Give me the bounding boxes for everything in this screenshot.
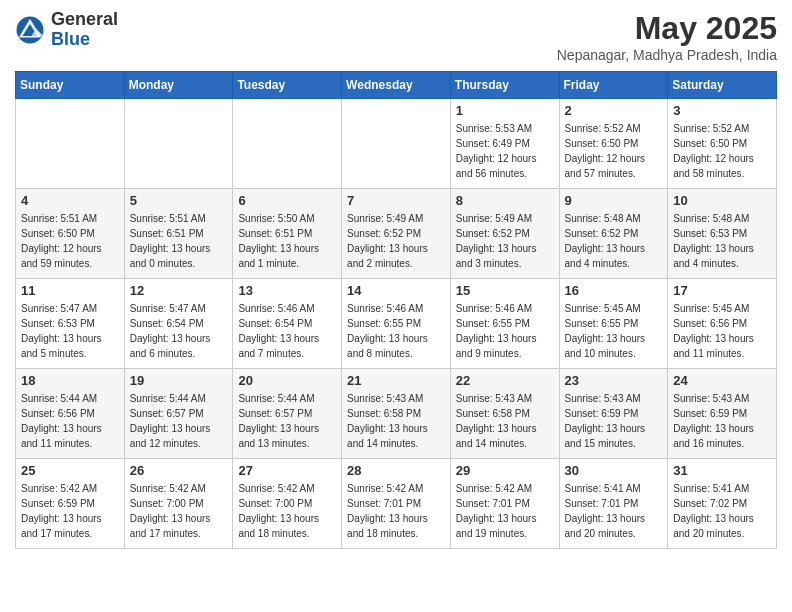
day-info: Sunrise: 5:42 AM Sunset: 7:01 PM Dayligh… [347,481,445,541]
calendar-cell: 24Sunrise: 5:43 AM Sunset: 6:59 PM Dayli… [668,369,777,459]
day-info: Sunrise: 5:52 AM Sunset: 6:50 PM Dayligh… [673,121,771,181]
calendar-cell: 4Sunrise: 5:51 AM Sunset: 6:50 PM Daylig… [16,189,125,279]
day-number: 19 [130,373,228,388]
calendar-cell: 19Sunrise: 5:44 AM Sunset: 6:57 PM Dayli… [124,369,233,459]
day-info: Sunrise: 5:42 AM Sunset: 7:00 PM Dayligh… [238,481,336,541]
day-info: Sunrise: 5:51 AM Sunset: 6:50 PM Dayligh… [21,211,119,271]
calendar-cell: 9Sunrise: 5:48 AM Sunset: 6:52 PM Daylig… [559,189,668,279]
day-number: 31 [673,463,771,478]
day-info: Sunrise: 5:43 AM Sunset: 6:59 PM Dayligh… [673,391,771,451]
day-number: 7 [347,193,445,208]
logo-blue-text: Blue [51,30,118,50]
day-number: 20 [238,373,336,388]
day-number: 26 [130,463,228,478]
day-info: Sunrise: 5:49 AM Sunset: 6:52 PM Dayligh… [456,211,554,271]
day-number: 13 [238,283,336,298]
day-number: 8 [456,193,554,208]
calendar-cell: 15Sunrise: 5:46 AM Sunset: 6:55 PM Dayli… [450,279,559,369]
day-info: Sunrise: 5:41 AM Sunset: 7:02 PM Dayligh… [673,481,771,541]
logo: General Blue [15,10,118,50]
calendar-cell: 7Sunrise: 5:49 AM Sunset: 6:52 PM Daylig… [342,189,451,279]
logo-general-text: General [51,10,118,30]
day-number: 22 [456,373,554,388]
calendar-week-row: 18Sunrise: 5:44 AM Sunset: 6:56 PM Dayli… [16,369,777,459]
logo-text: General Blue [51,10,118,50]
day-number: 15 [456,283,554,298]
day-number: 11 [21,283,119,298]
day-info: Sunrise: 5:50 AM Sunset: 6:51 PM Dayligh… [238,211,336,271]
calendar-cell: 13Sunrise: 5:46 AM Sunset: 6:54 PM Dayli… [233,279,342,369]
day-info: Sunrise: 5:45 AM Sunset: 6:55 PM Dayligh… [565,301,663,361]
calendar-cell: 1Sunrise: 5:53 AM Sunset: 6:49 PM Daylig… [450,99,559,189]
day-number: 18 [21,373,119,388]
page-header: General Blue May 2025 Nepanagar, Madhya … [15,10,777,63]
calendar-cell: 6Sunrise: 5:50 AM Sunset: 6:51 PM Daylig… [233,189,342,279]
day-info: Sunrise: 5:51 AM Sunset: 6:51 PM Dayligh… [130,211,228,271]
calendar-week-row: 1Sunrise: 5:53 AM Sunset: 6:49 PM Daylig… [16,99,777,189]
day-info: Sunrise: 5:43 AM Sunset: 6:59 PM Dayligh… [565,391,663,451]
calendar-cell: 22Sunrise: 5:43 AM Sunset: 6:58 PM Dayli… [450,369,559,459]
calendar-cell: 27Sunrise: 5:42 AM Sunset: 7:00 PM Dayli… [233,459,342,549]
calendar-cell: 12Sunrise: 5:47 AM Sunset: 6:54 PM Dayli… [124,279,233,369]
day-number: 29 [456,463,554,478]
calendar-cell: 20Sunrise: 5:44 AM Sunset: 6:57 PM Dayli… [233,369,342,459]
day-info: Sunrise: 5:49 AM Sunset: 6:52 PM Dayligh… [347,211,445,271]
calendar-cell [233,99,342,189]
calendar-cell: 28Sunrise: 5:42 AM Sunset: 7:01 PM Dayli… [342,459,451,549]
calendar-cell: 29Sunrise: 5:42 AM Sunset: 7:01 PM Dayli… [450,459,559,549]
day-info: Sunrise: 5:47 AM Sunset: 6:53 PM Dayligh… [21,301,119,361]
calendar-header-row: SundayMondayTuesdayWednesdayThursdayFrid… [16,72,777,99]
day-info: Sunrise: 5:46 AM Sunset: 6:55 PM Dayligh… [347,301,445,361]
day-info: Sunrise: 5:44 AM Sunset: 6:57 PM Dayligh… [130,391,228,451]
day-number: 9 [565,193,663,208]
calendar-cell: 26Sunrise: 5:42 AM Sunset: 7:00 PM Dayli… [124,459,233,549]
calendar-cell [124,99,233,189]
day-info: Sunrise: 5:42 AM Sunset: 6:59 PM Dayligh… [21,481,119,541]
day-info: Sunrise: 5:48 AM Sunset: 6:53 PM Dayligh… [673,211,771,271]
calendar-week-row: 4Sunrise: 5:51 AM Sunset: 6:50 PM Daylig… [16,189,777,279]
calendar-cell: 3Sunrise: 5:52 AM Sunset: 6:50 PM Daylig… [668,99,777,189]
day-number: 14 [347,283,445,298]
calendar-cell: 31Sunrise: 5:41 AM Sunset: 7:02 PM Dayli… [668,459,777,549]
calendar-cell: 2Sunrise: 5:52 AM Sunset: 6:50 PM Daylig… [559,99,668,189]
day-number: 28 [347,463,445,478]
calendar-cell: 5Sunrise: 5:51 AM Sunset: 6:51 PM Daylig… [124,189,233,279]
day-number: 24 [673,373,771,388]
day-number: 5 [130,193,228,208]
day-info: Sunrise: 5:46 AM Sunset: 6:54 PM Dayligh… [238,301,336,361]
calendar-cell: 30Sunrise: 5:41 AM Sunset: 7:01 PM Dayli… [559,459,668,549]
day-number: 10 [673,193,771,208]
calendar-cell: 14Sunrise: 5:46 AM Sunset: 6:55 PM Dayli… [342,279,451,369]
day-number: 1 [456,103,554,118]
day-info: Sunrise: 5:41 AM Sunset: 7:01 PM Dayligh… [565,481,663,541]
calendar-table: SundayMondayTuesdayWednesdayThursdayFrid… [15,71,777,549]
day-info: Sunrise: 5:44 AM Sunset: 6:56 PM Dayligh… [21,391,119,451]
day-header-sunday: Sunday [16,72,125,99]
calendar-week-row: 11Sunrise: 5:47 AM Sunset: 6:53 PM Dayli… [16,279,777,369]
day-number: 30 [565,463,663,478]
day-header-thursday: Thursday [450,72,559,99]
day-header-friday: Friday [559,72,668,99]
day-header-tuesday: Tuesday [233,72,342,99]
day-number: 2 [565,103,663,118]
location: Nepanagar, Madhya Pradesh, India [557,47,777,63]
day-number: 4 [21,193,119,208]
calendar-cell: 8Sunrise: 5:49 AM Sunset: 6:52 PM Daylig… [450,189,559,279]
day-info: Sunrise: 5:48 AM Sunset: 6:52 PM Dayligh… [565,211,663,271]
calendar-cell: 21Sunrise: 5:43 AM Sunset: 6:58 PM Dayli… [342,369,451,459]
day-number: 23 [565,373,663,388]
title-block: May 2025 Nepanagar, Madhya Pradesh, Indi… [557,10,777,63]
day-number: 6 [238,193,336,208]
logo-icon [15,15,45,45]
month-title: May 2025 [557,10,777,47]
day-number: 21 [347,373,445,388]
day-header-saturday: Saturday [668,72,777,99]
calendar-cell: 23Sunrise: 5:43 AM Sunset: 6:59 PM Dayli… [559,369,668,459]
day-info: Sunrise: 5:43 AM Sunset: 6:58 PM Dayligh… [456,391,554,451]
day-info: Sunrise: 5:42 AM Sunset: 7:01 PM Dayligh… [456,481,554,541]
calendar-cell: 16Sunrise: 5:45 AM Sunset: 6:55 PM Dayli… [559,279,668,369]
day-info: Sunrise: 5:46 AM Sunset: 6:55 PM Dayligh… [456,301,554,361]
day-number: 16 [565,283,663,298]
calendar-cell: 17Sunrise: 5:45 AM Sunset: 6:56 PM Dayli… [668,279,777,369]
calendar-cell: 10Sunrise: 5:48 AM Sunset: 6:53 PM Dayli… [668,189,777,279]
